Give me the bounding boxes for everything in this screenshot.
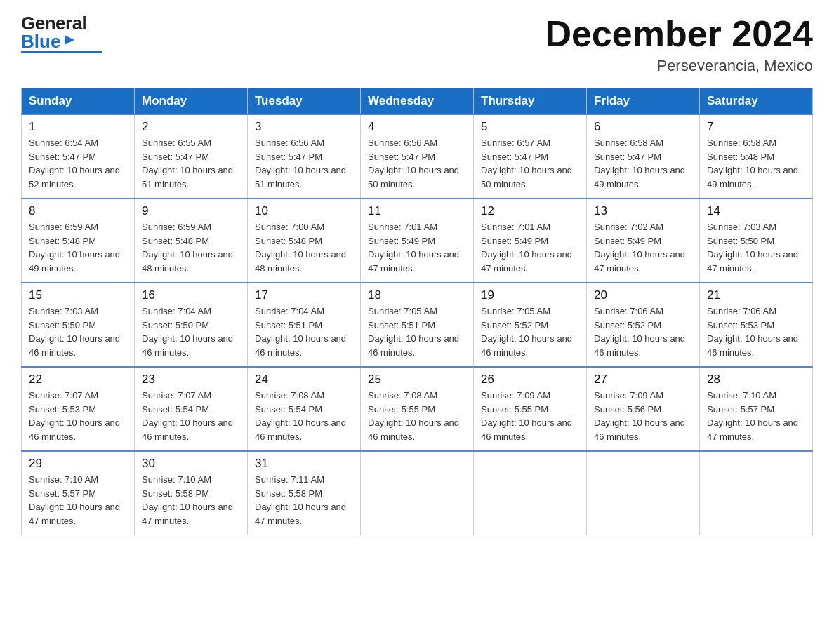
day-number: 11: [368, 204, 466, 218]
calendar-week-row: 1 Sunrise: 6:54 AMSunset: 5:47 PMDayligh…: [22, 114, 813, 199]
calendar-day-cell: 17 Sunrise: 7:04 AMSunset: 5:51 PMDaylig…: [248, 283, 361, 367]
logo-blue-text: Blue: [21, 32, 60, 51]
day-info: Sunrise: 6:55 AMSunset: 5:47 PMDaylight:…: [142, 136, 240, 191]
day-info: Sunrise: 7:10 AMSunset: 5:57 PMDaylight:…: [707, 389, 805, 443]
day-info: Sunrise: 6:58 AMSunset: 5:47 PMDaylight:…: [594, 136, 692, 191]
calendar-week-row: 29 Sunrise: 7:10 AMSunset: 5:57 PMDaylig…: [22, 451, 813, 535]
day-number: 17: [255, 288, 353, 302]
day-info: Sunrise: 7:03 AMSunset: 5:50 PMDaylight:…: [707, 220, 805, 275]
calendar-week-row: 22 Sunrise: 7:07 AMSunset: 5:53 PMDaylig…: [22, 367, 813, 451]
logo-arrow-icon: [62, 32, 77, 50]
day-number: 6: [594, 120, 692, 134]
day-number: 29: [29, 457, 127, 471]
day-info: Sunrise: 7:10 AMSunset: 5:58 PMDaylight:…: [142, 473, 240, 528]
day-info: Sunrise: 7:04 AMSunset: 5:50 PMDaylight:…: [142, 304, 240, 359]
calendar-day-cell: 18 Sunrise: 7:05 AMSunset: 5:51 PMDaylig…: [361, 283, 474, 367]
day-number: 22: [29, 373, 127, 387]
calendar-day-cell: 13 Sunrise: 7:02 AMSunset: 5:49 PMDaylig…: [587, 199, 700, 283]
day-info: Sunrise: 7:09 AMSunset: 5:55 PMDaylight:…: [481, 389, 579, 443]
column-header-friday: Friday: [587, 88, 700, 115]
day-info: Sunrise: 7:01 AMSunset: 5:49 PMDaylight:…: [368, 220, 466, 275]
column-header-thursday: Thursday: [474, 88, 587, 115]
calendar-day-cell: 4 Sunrise: 6:56 AMSunset: 5:47 PMDayligh…: [361, 114, 474, 199]
location-subtitle: Perseverancia, Mexico: [545, 57, 813, 75]
day-info: Sunrise: 7:09 AMSunset: 5:56 PMDaylight:…: [594, 389, 692, 443]
day-info: Sunrise: 6:56 AMSunset: 5:47 PMDaylight:…: [255, 136, 353, 191]
calendar-day-cell: 20 Sunrise: 7:06 AMSunset: 5:52 PMDaylig…: [587, 283, 700, 367]
column-header-monday: Monday: [135, 88, 248, 115]
day-info: Sunrise: 7:05 AMSunset: 5:51 PMDaylight:…: [368, 304, 466, 359]
day-info: Sunrise: 7:11 AMSunset: 5:58 PMDaylight:…: [255, 473, 353, 528]
calendar-day-cell: 8 Sunrise: 6:59 AMSunset: 5:48 PMDayligh…: [22, 199, 135, 283]
calendar-day-cell: 23 Sunrise: 7:07 AMSunset: 5:54 PMDaylig…: [135, 367, 248, 451]
day-number: 16: [142, 288, 240, 302]
day-info: Sunrise: 7:10 AMSunset: 5:57 PMDaylight:…: [29, 473, 127, 528]
calendar-day-cell: 29 Sunrise: 7:10 AMSunset: 5:57 PMDaylig…: [22, 451, 135, 535]
title-area: December 2024 Perseverancia, Mexico: [545, 14, 813, 75]
day-number: 20: [594, 288, 692, 302]
day-number: 24: [255, 373, 353, 387]
day-info: Sunrise: 7:07 AMSunset: 5:54 PMDaylight:…: [142, 389, 240, 443]
day-number: 8: [29, 204, 127, 218]
day-number: 28: [707, 373, 805, 387]
column-header-tuesday: Tuesday: [248, 88, 361, 115]
calendar-day-cell: 10 Sunrise: 7:00 AMSunset: 5:48 PMDaylig…: [248, 199, 361, 283]
day-info: Sunrise: 7:06 AMSunset: 5:53 PMDaylight:…: [707, 304, 805, 359]
calendar-day-cell: 16 Sunrise: 7:04 AMSunset: 5:50 PMDaylig…: [135, 283, 248, 367]
day-number: 2: [142, 120, 240, 134]
calendar-header-row: SundayMondayTuesdayWednesdayThursdayFrid…: [22, 88, 813, 115]
day-number: 30: [142, 457, 240, 471]
calendar-day-cell: [361, 451, 474, 535]
day-number: 14: [707, 204, 805, 218]
day-info: Sunrise: 7:04 AMSunset: 5:51 PMDaylight:…: [255, 304, 353, 359]
day-number: 4: [368, 120, 466, 134]
calendar-day-cell: 9 Sunrise: 6:59 AMSunset: 5:48 PMDayligh…: [135, 199, 248, 283]
day-info: Sunrise: 7:03 AMSunset: 5:50 PMDaylight:…: [29, 304, 127, 359]
calendar-day-cell: 27 Sunrise: 7:09 AMSunset: 5:56 PMDaylig…: [587, 367, 700, 451]
column-header-sunday: Sunday: [22, 88, 135, 115]
page-header: General Blue December 2024 Perseverancia…: [21, 14, 813, 75]
day-number: 5: [481, 120, 579, 134]
logo-underline: [21, 51, 102, 53]
calendar-day-cell: 30 Sunrise: 7:10 AMSunset: 5:58 PMDaylig…: [135, 451, 248, 535]
calendar-day-cell: 21 Sunrise: 7:06 AMSunset: 5:53 PMDaylig…: [700, 283, 813, 367]
logo-general-text: General: [21, 14, 102, 32]
calendar-day-cell: 7 Sunrise: 6:58 AMSunset: 5:48 PMDayligh…: [700, 114, 813, 199]
calendar-day-cell: 24 Sunrise: 7:08 AMSunset: 5:54 PMDaylig…: [248, 367, 361, 451]
calendar-day-cell: 22 Sunrise: 7:07 AMSunset: 5:53 PMDaylig…: [22, 367, 135, 451]
day-info: Sunrise: 6:58 AMSunset: 5:48 PMDaylight:…: [707, 136, 805, 191]
day-number: 25: [368, 373, 466, 387]
day-number: 27: [594, 373, 692, 387]
day-number: 19: [481, 288, 579, 302]
calendar-day-cell: [587, 451, 700, 535]
day-number: 13: [594, 204, 692, 218]
day-number: 31: [255, 457, 353, 471]
day-info: Sunrise: 6:59 AMSunset: 5:48 PMDaylight:…: [142, 220, 240, 275]
day-info: Sunrise: 7:08 AMSunset: 5:55 PMDaylight:…: [368, 389, 466, 443]
day-number: 7: [707, 120, 805, 134]
day-number: 12: [481, 204, 579, 218]
column-header-saturday: Saturday: [700, 88, 813, 115]
day-number: 10: [255, 204, 353, 218]
calendar-day-cell: 11 Sunrise: 7:01 AMSunset: 5:49 PMDaylig…: [361, 199, 474, 283]
day-info: Sunrise: 6:56 AMSunset: 5:47 PMDaylight:…: [368, 136, 466, 191]
day-info: Sunrise: 6:54 AMSunset: 5:47 PMDaylight:…: [29, 136, 127, 191]
day-number: 9: [142, 204, 240, 218]
calendar-day-cell: 26 Sunrise: 7:09 AMSunset: 5:55 PMDaylig…: [474, 367, 587, 451]
day-number: 18: [368, 288, 466, 302]
day-number: 26: [481, 373, 579, 387]
calendar-day-cell: 5 Sunrise: 6:57 AMSunset: 5:47 PMDayligh…: [474, 114, 587, 199]
calendar-day-cell: 3 Sunrise: 6:56 AMSunset: 5:47 PMDayligh…: [248, 114, 361, 199]
logo: General Blue: [21, 14, 102, 53]
day-info: Sunrise: 7:01 AMSunset: 5:49 PMDaylight:…: [481, 220, 579, 275]
day-info: Sunrise: 6:59 AMSunset: 5:48 PMDaylight:…: [29, 220, 127, 275]
day-number: 1: [29, 120, 127, 134]
day-info: Sunrise: 7:05 AMSunset: 5:52 PMDaylight:…: [481, 304, 579, 359]
calendar-day-cell: 28 Sunrise: 7:10 AMSunset: 5:57 PMDaylig…: [700, 367, 813, 451]
day-info: Sunrise: 7:06 AMSunset: 5:52 PMDaylight:…: [594, 304, 692, 359]
column-header-wednesday: Wednesday: [361, 88, 474, 115]
calendar-day-cell: 19 Sunrise: 7:05 AMSunset: 5:52 PMDaylig…: [474, 283, 587, 367]
calendar-day-cell: 25 Sunrise: 7:08 AMSunset: 5:55 PMDaylig…: [361, 367, 474, 451]
calendar-day-cell: 15 Sunrise: 7:03 AMSunset: 5:50 PMDaylig…: [22, 283, 135, 367]
svg-marker-0: [65, 35, 74, 45]
